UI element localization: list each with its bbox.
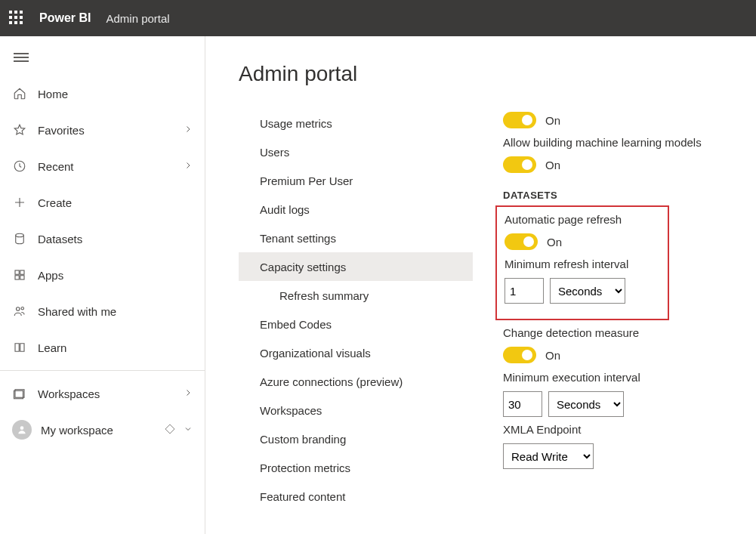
sidebar-item-shared[interactable]: Shared with me xyxy=(0,293,205,329)
shared-icon xyxy=(12,304,27,319)
svg-rect-5 xyxy=(20,276,24,279)
database-icon xyxy=(12,231,27,246)
svg-rect-2 xyxy=(15,270,19,274)
subnav-capacity-settings[interactable]: Capacity settings xyxy=(239,252,473,281)
main-content: Admin portal Usage metrics Users Premium… xyxy=(205,36,756,534)
chevron-down-icon xyxy=(184,424,193,436)
sidebar-item-label: Recent xyxy=(38,160,184,173)
brand-label: Power BI xyxy=(39,11,91,25)
svg-point-6 xyxy=(17,307,20,311)
svg-point-10 xyxy=(20,426,24,430)
admin-subnav: Usage metrics Users Premium Per User Aud… xyxy=(239,109,473,511)
sidebar-item-learn[interactable]: Learn xyxy=(0,329,205,366)
settings-panel: On Allow building machine learning model… xyxy=(473,109,702,511)
star-icon xyxy=(12,122,27,137)
subnav-featured-content[interactable]: Featured content xyxy=(239,482,473,511)
subnav-custom-branding[interactable]: Custom branding xyxy=(239,424,473,453)
sidebar-item-label: Create xyxy=(38,196,193,209)
subnav-azure-connections[interactable]: Azure connections (preview) xyxy=(239,367,473,396)
setting-ml-label: Allow building machine learning models xyxy=(503,136,702,149)
svg-rect-3 xyxy=(20,270,24,274)
avatar-icon xyxy=(12,420,32,440)
sidebar-item-label: Apps xyxy=(38,269,193,282)
sidebar-item-label: Datasets xyxy=(38,233,193,245)
subnav-protection-metrics[interactable]: Protection metrics xyxy=(239,453,473,482)
toggle-switch[interactable] xyxy=(503,112,536,128)
sidebar-item-label: Workspaces xyxy=(38,387,184,400)
hamburger-icon[interactable] xyxy=(14,51,29,64)
svg-point-7 xyxy=(21,307,23,310)
clock-icon xyxy=(12,159,27,174)
sidebar-item-apps[interactable]: Apps xyxy=(0,257,205,293)
apps-icon xyxy=(12,267,27,282)
svg-rect-4 xyxy=(15,276,19,279)
subnav-workspaces[interactable]: Workspaces xyxy=(239,396,473,424)
book-icon xyxy=(12,340,27,355)
min-refresh-unit-select[interactable]: Seconds xyxy=(550,278,625,304)
sidebar-item-label: Learn xyxy=(38,341,193,354)
sidebar-item-recent[interactable]: Recent xyxy=(0,148,205,184)
subnav-usage-metrics[interactable]: Usage metrics xyxy=(239,109,473,137)
toggle-state-label: On xyxy=(545,349,560,362)
workspaces-icon xyxy=(12,386,27,401)
setting-min-refresh-label: Minimum refresh interval xyxy=(505,258,660,270)
subnav-embed-codes[interactable]: Embed Codes xyxy=(239,310,473,338)
sidebar-divider xyxy=(0,370,205,371)
premium-diamond-icon xyxy=(164,423,176,437)
topbar-page-title: Admin portal xyxy=(106,12,169,25)
min-exec-input[interactable] xyxy=(503,391,542,417)
sidebar-item-label: Home xyxy=(38,88,193,100)
sidebar-item-my-workspace[interactable]: My workspace xyxy=(0,412,205,448)
top-bar: Power BI Admin portal xyxy=(0,0,756,36)
toggle-state-label: On xyxy=(545,159,560,171)
subnav-users[interactable]: Users xyxy=(239,137,473,166)
setting-xmla-label: XMLA Endpoint xyxy=(503,423,702,436)
sidebar-item-label: My workspace xyxy=(41,424,164,437)
min-refresh-input[interactable] xyxy=(505,278,544,304)
toggle-ml[interactable] xyxy=(503,156,536,173)
toggle-cdm[interactable] xyxy=(503,347,536,363)
sidebar-item-label: Shared with me xyxy=(38,305,193,318)
subnav-audit-logs[interactable]: Audit logs xyxy=(239,195,473,224)
highlight-annotation: Automatic page refresh On Minimum refres… xyxy=(495,205,669,320)
sidebar-item-label: Favorites xyxy=(38,124,184,137)
sidebar-item-create[interactable]: Create xyxy=(0,184,205,221)
setting-cdm-label: Change detection measure xyxy=(503,326,702,339)
toggle-state-label: On xyxy=(545,114,560,127)
subnav-org-visuals[interactable]: Organizational visuals xyxy=(239,338,473,367)
sidebar-item-workspaces[interactable]: Workspaces xyxy=(0,375,205,412)
sidebar-item-favorites[interactable]: Favorites xyxy=(0,112,205,148)
left-sidebar: Home Favorites Recent Create xyxy=(0,36,205,534)
min-exec-unit-select[interactable]: Seconds xyxy=(548,391,624,417)
home-icon xyxy=(12,86,27,101)
chevron-right-icon xyxy=(184,124,193,136)
subnav-premium-per-user[interactable]: Premium Per User xyxy=(239,166,473,195)
chevron-right-icon xyxy=(184,387,193,400)
chevron-right-icon xyxy=(184,160,193,172)
sidebar-item-home[interactable]: Home xyxy=(0,76,205,112)
datasets-section-header: DATASETS xyxy=(503,190,702,201)
setting-min-exec-label: Minimum execution interval xyxy=(503,371,702,384)
toggle-state-label: On xyxy=(547,236,562,248)
toggle-apr[interactable] xyxy=(505,233,538,250)
xmla-endpoint-select[interactable]: Read Write xyxy=(503,443,594,469)
svg-point-1 xyxy=(16,233,24,237)
setting-apr-label: Automatic page refresh xyxy=(505,213,660,226)
subnav-tenant-settings[interactable]: Tenant settings xyxy=(239,224,473,252)
app-launcher-icon[interactable] xyxy=(9,11,24,26)
subnav-refresh-summary[interactable]: Refresh summary xyxy=(239,281,473,310)
sidebar-item-datasets[interactable]: Datasets xyxy=(0,221,205,257)
page-title: Admin portal xyxy=(239,62,702,86)
plus-icon xyxy=(12,195,27,210)
